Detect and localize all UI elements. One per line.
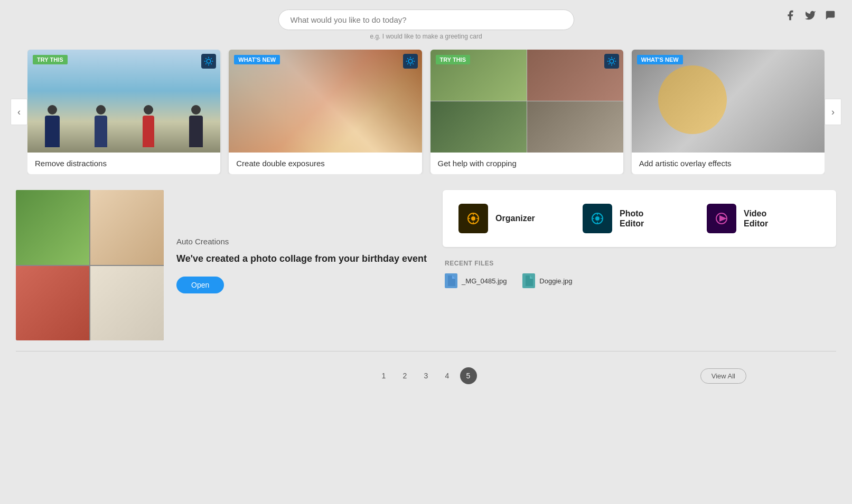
- app-card-video-editor[interactable]: Video Editor: [701, 201, 826, 236]
- recent-file-name-1: _MG_0485.jpg: [462, 277, 507, 285]
- card-app-icon-1: [201, 54, 216, 69]
- recent-file-name-2: Doggie.jpg: [539, 277, 572, 285]
- card-badge-try-1: TRY THIS: [33, 55, 68, 64]
- photo-editor-name: Photo Editor: [620, 208, 644, 229]
- svg-point-5: [471, 216, 475, 221]
- app-cards: Organizer Photo Ed: [443, 190, 836, 247]
- social-icons: [784, 9, 836, 24]
- page-2[interactable]: 2: [397, 367, 414, 384]
- app-card-photo-editor[interactable]: Photo Editor: [577, 201, 701, 236]
- collage-cell-2: [90, 190, 164, 265]
- collage-cell-3: [16, 266, 89, 341]
- card-cropping[interactable]: TRY THIS Get help with cropping: [430, 50, 623, 174]
- twitter-icon[interactable]: [804, 9, 816, 24]
- family-cell-4: [527, 101, 623, 153]
- collage-cell-4: [90, 266, 164, 341]
- photo-editor-icon: [583, 204, 612, 233]
- card-app-icon-2: [403, 54, 418, 69]
- card-image-double: WHAT'S NEW: [229, 50, 422, 153]
- pagination: 1 2 3 4 5 View All: [0, 357, 852, 389]
- recent-file-1[interactable]: _MG_0485.jpg: [445, 273, 507, 288]
- card-badge-new-1: WHAT'S NEW: [234, 55, 280, 64]
- video-editor-icon: [707, 204, 736, 233]
- page-5-active[interactable]: 5: [460, 367, 477, 384]
- recent-file-2[interactable]: Doggie.jpg: [522, 273, 572, 288]
- cards-section: ‹ TRY THIS Remove distractions: [0, 44, 852, 174]
- header: e.g. I would like to make a greeting car…: [0, 0, 852, 44]
- card-overlay-effects[interactable]: WHAT'S NEW Add artistic overlay effects: [632, 50, 825, 174]
- auto-creations-text: Auto Creations We've created a photo col…: [176, 237, 427, 293]
- page-1[interactable]: 1: [376, 367, 392, 384]
- svg-point-12: [595, 216, 600, 221]
- search-hint: e.g. I would like to make a greeting car…: [370, 33, 482, 40]
- svg-point-2: [610, 59, 614, 63]
- organizer-icon: [458, 204, 488, 233]
- card-label-4: Add artistic overlay effects: [632, 153, 825, 174]
- card-badge-try-2: TRY THIS: [436, 55, 471, 64]
- right-panel: Organizer Photo Ed: [443, 190, 836, 288]
- chat-icon[interactable]: [825, 9, 836, 24]
- cards-container: TRY THIS Remove distractions WHAT'S NEW …: [27, 50, 825, 174]
- card-remove-distractions[interactable]: TRY THIS Remove distractions: [27, 50, 220, 174]
- collage-grid: [16, 190, 164, 340]
- collage-cell-1: [16, 190, 89, 265]
- app-card-organizer[interactable]: Organizer: [453, 201, 577, 236]
- auto-creations-label: Auto Creations: [176, 237, 427, 246]
- card-app-icon-3: [604, 54, 619, 69]
- recent-files-list: _MG_0485.jpg Doggie.jpg: [445, 273, 834, 288]
- page-3[interactable]: 3: [418, 367, 435, 384]
- family-cell-3: [430, 101, 527, 153]
- card-double-exposures[interactable]: WHAT'S NEW Create double exposures: [229, 50, 422, 174]
- open-button[interactable]: Open: [176, 277, 224, 293]
- auto-creations: Auto Creations We've created a photo col…: [16, 190, 427, 340]
- auto-creations-main-text: We've created a photo collage from your …: [176, 252, 427, 265]
- organizer-name: Organizer: [495, 213, 535, 223]
- view-all-button[interactable]: View All: [700, 368, 746, 384]
- bottom-section: Auto Creations We've created a photo col…: [0, 174, 852, 346]
- bottom-divider: [16, 351, 836, 351]
- video-editor-name: Video Editor: [744, 208, 768, 229]
- recent-file-icon-2: [522, 273, 535, 288]
- card-label-2: Create double exposures: [229, 153, 422, 174]
- search-wrapper: e.g. I would like to make a greeting car…: [11, 9, 841, 40]
- card-label-3: Get help with cropping: [430, 153, 623, 174]
- prev-arrow[interactable]: ‹: [11, 99, 27, 125]
- recent-files-label: RECENT FILES: [445, 260, 834, 267]
- svg-point-1: [408, 59, 413, 63]
- card-image-fishing: TRY THIS: [27, 50, 220, 153]
- svg-point-0: [207, 59, 211, 63]
- recent-file-icon-1: [445, 273, 457, 288]
- card-badge-new-2: WHAT'S NEW: [637, 55, 683, 64]
- page-4[interactable]: 4: [439, 367, 456, 384]
- recent-files-section: RECENT FILES _MG_0485.jpg Doggie.jpg: [443, 260, 836, 288]
- card-image-family: TRY THIS: [430, 50, 623, 153]
- next-arrow[interactable]: ›: [825, 99, 841, 125]
- card-image-artistic: WHAT'S NEW: [632, 50, 825, 153]
- search-input[interactable]: [278, 9, 574, 30]
- card-label-1: Remove distractions: [27, 153, 220, 174]
- facebook-icon[interactable]: [784, 9, 796, 24]
